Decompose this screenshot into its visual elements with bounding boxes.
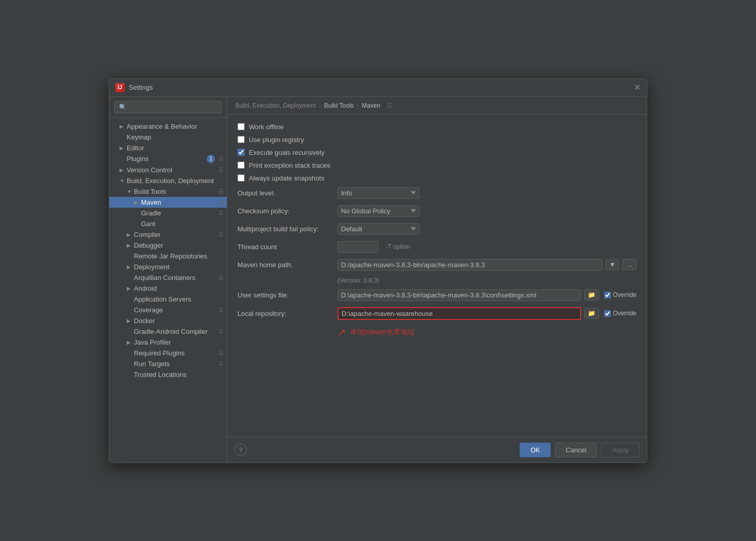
always-update-checkbox[interactable] — [237, 174, 245, 182]
checksum-policy-select[interactable]: No Global Policy Strict Lax — [337, 205, 420, 217]
sidebar-item-plugins[interactable]: Plugins 1 ☰ — [109, 153, 227, 165]
search-input[interactable] — [114, 101, 222, 113]
sidebar-item-label: Application Servers — [134, 295, 224, 303]
thread-count-label: Thread count — [237, 243, 332, 251]
sidebar-item-trusted-locations[interactable]: Trusted Locations — [109, 369, 227, 380]
always-update-label: Always update snapshots — [249, 174, 324, 182]
sidebar-item-label: Editor — [127, 144, 224, 152]
sidebar-item-android[interactable]: ▶ Android — [109, 283, 227, 294]
sidebar-item-compiler[interactable]: ▶ Compiler ☰ — [109, 229, 227, 240]
cancel-button[interactable]: Cancel — [555, 443, 597, 457]
user-settings-file-row: User settings file: 📁 Override — [237, 289, 636, 301]
checkbox-always-update-row: Always update snapshots — [237, 174, 636, 182]
work-offline-checkbox[interactable] — [237, 123, 245, 130]
maven-home-path-row-inner: ▼ … — [337, 259, 636, 271]
sidebar-item-java-profiler[interactable]: ▶ Java Profiler — [109, 337, 227, 348]
sidebar-item-label: Version Control — [127, 166, 216, 174]
maven-home-path-browse[interactable]: … — [622, 259, 636, 270]
print-exception-checkbox[interactable] — [237, 162, 245, 169]
sidebar-item-label: Remote Jar Repositories — [134, 252, 224, 260]
sidebar-item-coverage[interactable]: Coverage ☰ — [109, 305, 227, 315]
search-box — [109, 97, 227, 118]
content-area: ▶ Appearance & Behavior Keymap ▶ Editor … — [109, 97, 647, 463]
sidebar-item-label: Docker — [134, 317, 224, 325]
work-offline-label: Work offline — [249, 123, 284, 131]
breadcrumb-menu-icon: ☰ — [387, 102, 392, 109]
maven-settings-panel: Work offline Use plugin registry Execute… — [227, 115, 647, 437]
local-repository-override-checkbox[interactable] — [604, 310, 611, 317]
sidebar-item-keymap[interactable]: Keymap — [109, 132, 227, 143]
sidebar-item-build-tools[interactable]: ▼ Build Tools ☰ — [109, 186, 227, 197]
breadcrumb: Build, Execution, Deployment › Build Too… — [227, 97, 647, 115]
title-bar: IJ Settings ✕ — [109, 79, 647, 97]
t-option-label: -T option — [386, 243, 410, 250]
sidebar-item-required-plugins[interactable]: Required Plugins ☰ — [109, 348, 227, 358]
main-panel: Build, Execution, Deployment › Build Too… — [227, 97, 647, 463]
user-settings-override-checkbox[interactable] — [604, 292, 611, 298]
sidebar-item-run-targets[interactable]: Run Targets ☰ — [109, 358, 227, 369]
thread-count-input[interactable] — [337, 241, 379, 253]
breadcrumb-separator: › — [319, 102, 321, 109]
sidebar-item-label: Plugins — [127, 155, 207, 163]
maven-home-path-row: Maven home path: ▼ … — [237, 259, 636, 271]
breadcrumb-part-2: Build Tools — [324, 102, 354, 109]
chevron-icon: ▼ — [127, 189, 134, 194]
use-plugin-registry-label: Use plugin registry — [249, 136, 304, 144]
sidebar-item-label: Java Profiler — [134, 338, 224, 346]
sidebar-item-debugger[interactable]: ▶ Debugger — [109, 240, 227, 251]
settings-icon: ☰ — [218, 188, 224, 195]
user-settings-file-browse[interactable]: 📁 — [584, 289, 599, 300]
ok-button[interactable]: OK — [520, 443, 551, 457]
settings-icon: ☰ — [218, 350, 224, 356]
sidebar-item-label: Appearance & Behavior — [127, 123, 224, 130]
sidebar-item-gant[interactable]: Gant — [109, 218, 227, 229]
output-level-row: Output level: Debug Info Warn Error — [237, 187, 636, 199]
multiproject-build-fail-policy-select[interactable]: Default Fail at End Fail Never — [337, 223, 420, 235]
user-settings-override-row: Override — [604, 291, 636, 298]
settings-dialog: IJ Settings ✕ ▶ Appearance & Behavior Ke… — [109, 78, 647, 463]
use-plugin-registry-checkbox[interactable] — [237, 136, 245, 143]
local-repository-override-label: Override — [613, 310, 636, 317]
local-repository-browse[interactable]: 📁 — [584, 308, 599, 319]
sidebar-item-maven[interactable]: ▶ Maven ☰ — [109, 197, 227, 208]
chevron-icon: ▶ — [127, 232, 134, 237]
chevron-icon: ▶ — [127, 243, 134, 248]
sidebar-item-editor[interactable]: ▶ Editor — [109, 143, 227, 153]
sidebar-item-label: Compiler — [134, 231, 216, 238]
dialog-title: Settings — [129, 84, 153, 91]
chevron-icon: ▶ — [127, 339, 134, 345]
sidebar-item-arquillian-containers[interactable]: Arquillian Containers ☰ — [109, 272, 227, 283]
maven-home-path-dropdown[interactable]: ▼ — [606, 259, 619, 270]
close-icon[interactable]: ✕ — [634, 84, 641, 92]
output-level-label: Output level: — [237, 189, 332, 197]
help-button[interactable]: ? — [234, 444, 247, 456]
sidebar-item-docker[interactable]: ▶ Docker — [109, 315, 227, 326]
user-settings-override-label: Override — [613, 291, 636, 298]
local-repository-label: Local repository: — [237, 310, 332, 317]
settings-icon: ☰ — [218, 199, 224, 206]
sidebar-item-deployment[interactable]: ▶ Deployment — [109, 262, 227, 272]
maven-home-path-input[interactable] — [337, 259, 603, 271]
checksum-policy-label: Checksum policy: — [237, 207, 332, 215]
settings-icon: ☰ — [218, 360, 224, 367]
maven-home-path-label: Maven home path: — [237, 261, 332, 269]
sidebar-item-gradle-android-compiler[interactable]: Gradle-Android Compiler ☰ — [109, 326, 227, 337]
execute-goals-checkbox[interactable] — [237, 149, 245, 156]
sidebar-item-label: Run Targets — [134, 360, 216, 368]
sidebar-item-gradle[interactable]: Gradle ☰ — [109, 208, 227, 218]
thread-count-row: Thread count -T option — [237, 241, 636, 253]
sidebar-item-build-execution-deployment[interactable]: ▼ Build, Execution, Deployment — [109, 175, 227, 186]
settings-icon: ☰ — [218, 167, 224, 173]
sidebar-item-remote-jar-repositories[interactable]: Remote Jar Repositories — [109, 251, 227, 262]
output-level-select[interactable]: Debug Info Warn Error — [337, 187, 420, 199]
action-buttons: OK Cancel Apply — [520, 443, 640, 457]
user-settings-file-input[interactable] — [337, 289, 581, 301]
sidebar-item-appearance[interactable]: ▶ Appearance & Behavior — [109, 121, 227, 132]
breadcrumb-part-1: Build, Execution, Deployment — [235, 102, 316, 109]
sidebar-item-version-control[interactable]: ▶ Version Control ☰ — [109, 165, 227, 175]
checkbox-print-exception-row: Print exception stack traces — [237, 162, 636, 169]
local-repository-input[interactable] — [337, 307, 581, 320]
sidebar-item-application-servers[interactable]: Application Servers — [109, 294, 227, 305]
sidebar: ▶ Appearance & Behavior Keymap ▶ Editor … — [109, 97, 227, 463]
apply-button[interactable]: Apply — [601, 443, 640, 457]
